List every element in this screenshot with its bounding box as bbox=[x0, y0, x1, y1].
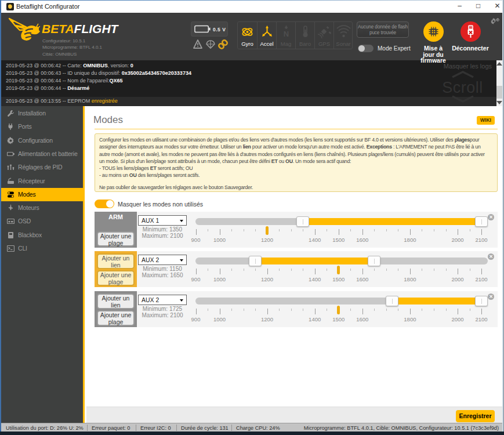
svg-text:N: N bbox=[284, 30, 289, 38]
